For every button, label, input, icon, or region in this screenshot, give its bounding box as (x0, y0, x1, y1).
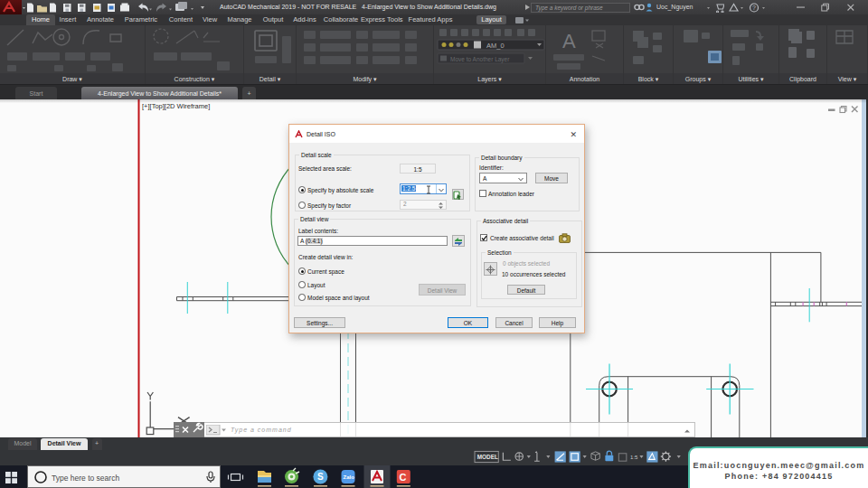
svg-text:1:5: 1:5 (630, 454, 638, 460)
svg-text:S: S (317, 472, 324, 482)
svg-text:Zalo: Zalo (344, 474, 355, 480)
svg-text:C: C (400, 471, 407, 482)
svg-text:MODEL: MODEL (477, 454, 498, 460)
svg-text:?: ? (752, 5, 756, 11)
